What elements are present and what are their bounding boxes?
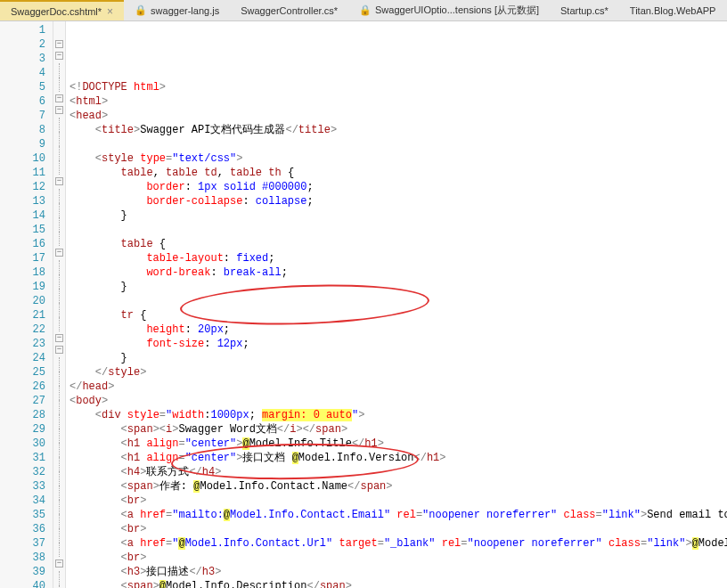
fold-toggle-icon[interactable]: −	[55, 177, 63, 185]
code-line[interactable]: <h1 align="center">接口文档 @Model.Info.Vers…	[66, 451, 727, 465]
line-number: 7	[0, 109, 45, 123]
close-icon[interactable]: ×	[107, 5, 113, 18]
code-line[interactable]: <title>Swagger API文档代码生成器</title>	[66, 123, 727, 137]
code-line[interactable]: <body>	[66, 394, 727, 408]
code-line[interactable]: height: 20px;	[66, 323, 727, 337]
code-line[interactable]: <br>	[66, 551, 727, 565]
line-number: 19	[0, 280, 45, 294]
code-line[interactable]: <style type="text/css">	[66, 151, 727, 166]
line-number: 24	[0, 351, 45, 365]
code-content[interactable]: <!DOCTYPE html><html><head> <title>Swagg…	[66, 21, 727, 588]
fold-guide	[53, 386, 65, 400]
code-line[interactable]: <!DOCTYPE html>	[66, 80, 727, 94]
code-line[interactable]: <div style="width:1000px; margin: 0 auto…	[66, 408, 727, 422]
code-line[interactable]: </style>	[66, 365, 727, 380]
fold-guide	[53, 78, 65, 92]
line-number: 9	[0, 137, 45, 151]
tab-swaggeruioptio---tensions-------[interactable]: 🔒SwaggerUIOptio...tensions [从元数据]	[348, 0, 550, 20]
line-number: 21	[0, 308, 45, 323]
code-line[interactable]: word-break: break-all;	[66, 265, 727, 280]
code-line[interactable]: }	[66, 351, 727, 365]
line-number: 38	[0, 551, 45, 565]
code-line[interactable]: <br>	[66, 522, 727, 536]
code-line[interactable]: table {	[66, 237, 727, 251]
editor-tabs: SwaggerDoc.cshtml*×🔒swagger-lang.jsSwagg…	[0, 0, 727, 21]
line-number: 4	[0, 66, 45, 80]
code-line[interactable]: font-size: 12px;	[66, 337, 727, 351]
fold-guide	[53, 189, 65, 203]
code-line[interactable]: <h3>接口描述</h3>	[66, 565, 727, 579]
fold-guide	[53, 486, 65, 500]
line-number: 36	[0, 522, 45, 536]
line-number: 26	[0, 380, 45, 394]
fold-guide	[53, 429, 65, 443]
code-line[interactable]: <br>	[66, 494, 727, 508]
line-number: 28	[0, 408, 45, 422]
fold-toggle-icon[interactable]: −	[55, 94, 63, 102]
tab-startup-cs-[interactable]: Startup.cs*	[550, 0, 619, 20]
code-line[interactable]: </head>	[66, 380, 727, 394]
line-number: 35	[0, 508, 45, 522]
code-line[interactable]	[66, 223, 727, 237]
tab-label: SwaggerController.cs*	[241, 5, 338, 16]
fold-toggle-icon[interactable]: −	[55, 559, 63, 568]
line-number: 39	[0, 565, 45, 579]
tab-label: swagger-lang.js	[151, 5, 219, 16]
fold-toggle-icon[interactable]: −	[55, 106, 63, 114]
code-line[interactable]: <span>作者: @Model.Info.Contact.Name</span…	[66, 479, 727, 494]
code-line[interactable]: table, table td, table th {	[66, 166, 727, 180]
code-line[interactable]: <a href="@Model.Info.Contact.Url" target…	[66, 536, 727, 551]
tab-label: SwaggerUIOptio...tensions [从元数据]	[375, 4, 539, 17]
code-line[interactable]: <h4>联系方式</h4>	[66, 465, 727, 479]
line-number: 32	[0, 465, 45, 479]
fold-toggle-icon[interactable]: −	[55, 346, 63, 354]
code-line[interactable]: table-layout: fixed;	[66, 251, 727, 265]
fold-guide	[53, 372, 65, 386]
line-number: 37	[0, 536, 45, 551]
code-line[interactable]: border: 1px solid #000000;	[66, 180, 727, 194]
tab-swagger-lang-js[interactable]: 🔒swagger-lang.js	[124, 0, 230, 20]
tab-label: Titan.Blog.WebAPP	[630, 5, 716, 16]
code-line[interactable]: <h1 align="center">@Model.Info.Title</h1…	[66, 437, 727, 451]
line-number: 15	[0, 223, 45, 237]
code-line[interactable]	[66, 294, 727, 308]
fold-guide	[53, 543, 65, 557]
line-number: 20	[0, 294, 45, 308]
fold-guide	[53, 471, 65, 486]
lock-icon: 🔒	[359, 4, 372, 16]
fold-gutter: −−−−−−−−−−−	[53, 21, 66, 588]
line-number: 2	[0, 37, 45, 52]
code-line[interactable]: <span><i>Swagger Word文档</i></span>	[66, 422, 727, 437]
line-number: 17	[0, 251, 45, 265]
tab-titan-blog-webapp[interactable]: Titan.Blog.WebAPP	[619, 0, 727, 20]
fold-guide	[53, 146, 65, 160]
editor-area: 1234567891011121314151617181920212223242…	[0, 21, 727, 588]
fold-guide	[53, 132, 65, 146]
tab-swaggerdoc-cshtml-[interactable]: SwaggerDoc.cshtml*×	[0, 0, 124, 20]
fold-toggle-icon[interactable]: −	[55, 52, 63, 60]
fold-toggle-icon[interactable]: −	[55, 249, 63, 257]
line-number: 33	[0, 479, 45, 494]
code-line[interactable]: <html>	[66, 94, 727, 109]
fold-guide	[53, 443, 65, 457]
fold-guide	[53, 303, 65, 317]
code-line[interactable]: tr {	[66, 308, 727, 323]
line-number: 3	[0, 52, 45, 66]
fold-guide	[53, 118, 65, 132]
code-line[interactable]: border-collapse: collapse;	[66, 194, 727, 208]
line-number: 10	[0, 151, 45, 166]
code-line[interactable]: <head>	[66, 109, 727, 123]
code-line[interactable]: }	[66, 280, 727, 294]
tab-label: Startup.cs*	[560, 5, 609, 16]
fold-guide	[53, 514, 65, 528]
tab-swaggercontroller-cs-[interactable]: SwaggerController.cs*	[230, 0, 348, 20]
code-line[interactable]	[66, 137, 727, 151]
fold-guide	[53, 457, 65, 471]
fold-guide	[53, 260, 65, 274]
fold-toggle-icon[interactable]: −	[55, 40, 63, 48]
code-line[interactable]: <span>@Model.Info.Description</span>	[66, 579, 727, 588]
fold-toggle-icon[interactable]: −	[55, 334, 63, 342]
code-line[interactable]: }	[66, 208, 727, 223]
line-number: 27	[0, 394, 45, 408]
code-line[interactable]: <a href="mailto:@Model.Info.Contact.Emai…	[66, 508, 727, 522]
